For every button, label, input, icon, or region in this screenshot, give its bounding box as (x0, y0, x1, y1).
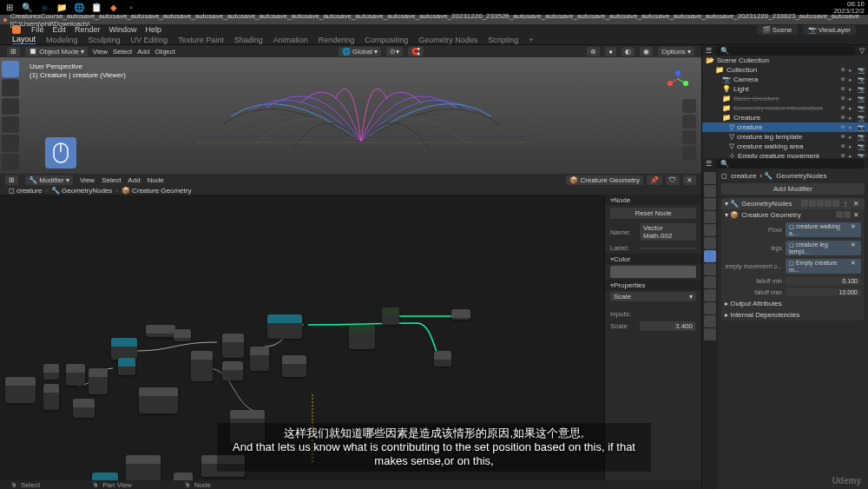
outliner-item[interactable]: 📁 Basic Creature👁▸📷 (702, 94, 868, 103)
props-type-icon[interactable]: ☰ (706, 160, 712, 168)
node[interactable] (73, 399, 95, 418)
clear-icon[interactable]: ✕ (849, 241, 858, 254)
node[interactable] (222, 361, 243, 380)
vp-menu-select[interactable]: Select (113, 48, 132, 56)
snap-toggle[interactable]: 🧲 (408, 47, 424, 56)
crumb-object[interactable]: ◻ creature (9, 187, 42, 195)
render-icon[interactable]: 📷 (858, 115, 865, 122)
tool-scale[interactable] (2, 135, 19, 151)
menu-edit[interactable]: Edit (53, 25, 67, 34)
mod-render-icon[interactable] (817, 200, 824, 207)
node[interactable] (89, 368, 108, 394)
node[interactable] (434, 351, 451, 367)
shading-rendered[interactable]: ◉ (640, 47, 653, 56)
ne-menu-node[interactable]: Node (148, 176, 164, 184)
ptab-view[interactable] (704, 198, 716, 210)
clear-icon[interactable]: ✕ (849, 223, 858, 236)
select-icon[interactable]: ▸ (849, 143, 856, 150)
node[interactable] (118, 358, 135, 375)
node[interactable] (43, 364, 59, 380)
node[interactable] (282, 355, 306, 377)
mod-edit-icon[interactable] (809, 200, 816, 207)
node[interactable] (139, 387, 178, 413)
input-value[interactable]: ◻ Empty creature m...✕ (786, 259, 861, 274)
select-icon[interactable]: ▸ (849, 134, 856, 141)
mod-close-icon[interactable]: ✕ (852, 200, 861, 208)
panel-color-title[interactable]: Color (605, 254, 701, 264)
label-field[interactable] (640, 248, 696, 249)
input-value[interactable]: ◻ creature walking a...✕ (786, 222, 861, 237)
zoom-tool-icon[interactable] (682, 99, 696, 113)
operation-dropdown[interactable]: Scale ▾ (610, 292, 696, 301)
ptab-modifier[interactable] (704, 250, 716, 262)
mod-cage-icon[interactable] (825, 200, 832, 207)
ng-icon[interactable] (844, 211, 851, 218)
tool-select[interactable] (2, 61, 19, 77)
tab-shading[interactable]: Shading (234, 36, 263, 44)
tab-compositing[interactable]: Compositing (365, 36, 408, 44)
nodegroup-selector[interactable]: 📦 Creature Geometry (566, 175, 643, 185)
outliner-item-label[interactable]: Scene Collection (717, 56, 769, 64)
mod-extra-icon[interactable] (832, 200, 839, 207)
node[interactable] (5, 377, 36, 403)
viewlayer-selector[interactable]: 📷 ViewLayer (803, 25, 856, 35)
node[interactable] (111, 338, 137, 360)
viewport-3d[interactable]: User Perspective (1) Creature | creature… (0, 57, 701, 174)
select-icon[interactable]: ▸ (849, 96, 856, 102)
tool-cursor[interactable] (2, 79, 19, 96)
ptab-world[interactable] (704, 224, 716, 236)
node[interactable] (250, 347, 269, 371)
options-dropdown[interactable]: Options ▾ (658, 47, 694, 56)
outliner-item[interactable]: 📁 Geometry nodes introduction👁▸📷 (702, 103, 868, 113)
node[interactable] (222, 334, 244, 358)
node[interactable] (230, 410, 265, 445)
menu-render[interactable]: Render (75, 25, 101, 34)
eye-icon[interactable]: 👁 (840, 115, 847, 122)
mode-selector[interactable]: 🔲 Object Mode ▾ (25, 47, 88, 56)
ptab-physics[interactable] (704, 276, 716, 288)
modifier-section[interactable]: ▸ Output Attributes (721, 298, 865, 309)
close-icon[interactable]: ✕ (683, 175, 696, 185)
ne-menu-view[interactable]: View (80, 176, 95, 184)
node[interactable] (382, 307, 399, 325)
render-icon[interactable]: 📷 (858, 96, 865, 102)
input-number[interactable]: 0.100 (786, 277, 861, 285)
eye-icon[interactable]: 👁 (840, 143, 847, 150)
add-modifier-button[interactable]: Add Modifier (721, 183, 865, 195)
tab-sculpting[interactable]: Sculpting (89, 36, 121, 44)
eye-icon[interactable]: 👁 (840, 105, 847, 112)
render-icon[interactable]: 📷 (858, 67, 865, 74)
eye-icon[interactable]: 👁 (840, 76, 847, 83)
outliner-item[interactable]: 📁 Creature👁▸📷 (702, 113, 868, 122)
ptab-object[interactable] (704, 237, 716, 249)
select-icon[interactable]: ▸ (849, 115, 856, 122)
ptab-output[interactable] (704, 185, 716, 197)
node[interactable] (43, 384, 59, 410)
ptab-constraint[interactable] (704, 289, 716, 301)
input-number[interactable]: 10.000 (786, 288, 861, 296)
render-icon[interactable]: 📷 (858, 124, 865, 131)
crumb-modifier[interactable]: 🔧 GeometryNodes (51, 187, 112, 195)
ptab-texture[interactable] (704, 328, 716, 340)
nav-gizmo-icon[interactable] (665, 66, 691, 92)
eye-icon[interactable]: 👁 (840, 134, 847, 141)
ptab-data[interactable] (704, 302, 716, 314)
shading-wireframe[interactable]: ⊕ (587, 47, 600, 56)
node[interactable] (126, 455, 161, 481)
select-icon[interactable]: ▸ (849, 76, 856, 83)
modifier-header[interactable]: ▾ 🔧 GeometryNodes⋮✕ (721, 198, 865, 209)
scene-selector[interactable]: 🎬 Scene (757, 25, 798, 35)
mod-menu-icon[interactable]: ⋮ (840, 200, 851, 208)
ng-icon[interactable] (836, 211, 843, 218)
mod-realtime-icon[interactable] (801, 200, 808, 207)
menu-window[interactable]: Window (109, 25, 137, 34)
name-field[interactable]: Vector Math.002 (640, 223, 696, 241)
ne-menu-select[interactable]: Select (102, 176, 121, 184)
modifier-section[interactable]: ▸ Internal Dependencies (721, 309, 865, 320)
eye-icon[interactable]: 👁 (840, 86, 847, 93)
select-icon[interactable]: ▸ (849, 105, 856, 112)
tab-animation[interactable]: Animation (273, 36, 308, 44)
outliner-item[interactable]: ▽ creature walking area👁▸📷 (702, 142, 868, 151)
camera-tool-icon[interactable] (682, 130, 696, 144)
perspective-tool-icon[interactable] (682, 146, 696, 160)
